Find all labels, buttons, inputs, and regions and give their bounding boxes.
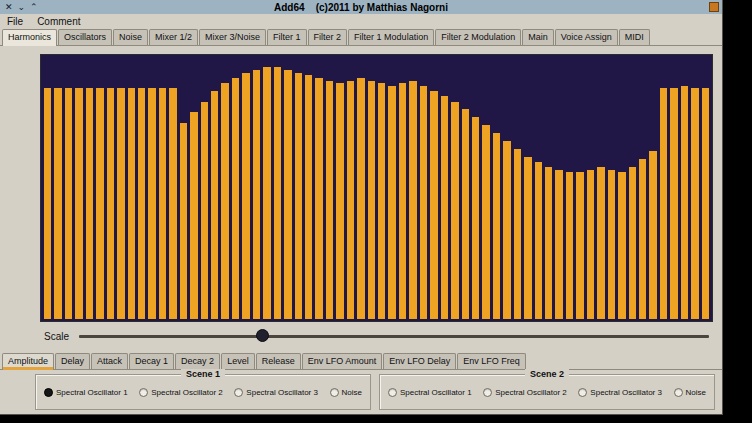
menu-file[interactable]: File xyxy=(7,16,23,27)
harmonic-bar-12[interactable] xyxy=(159,88,166,319)
harmonic-bar-41[interactable] xyxy=(462,109,469,319)
harmonic-bar-62[interactable] xyxy=(681,86,688,319)
harmonic-bar-27[interactable] xyxy=(315,78,322,319)
harmonic-bar-5[interactable] xyxy=(86,88,93,319)
titlebar-corner-button[interactable] xyxy=(709,2,719,12)
harmonic-bar-34[interactable] xyxy=(388,86,395,319)
harmonic-bar-51[interactable] xyxy=(566,172,573,319)
tab-env-lfo-amount[interactable]: Env LFO Amount xyxy=(302,353,383,369)
harmonic-bar-46[interactable] xyxy=(514,149,521,319)
harmonic-bar-43[interactable] xyxy=(482,125,489,319)
harmonic-bar-59[interactable] xyxy=(649,151,656,319)
harmonic-bar-20[interactable] xyxy=(242,73,249,319)
harmonic-bar-57[interactable] xyxy=(629,167,636,319)
tab-attack[interactable]: Attack xyxy=(91,353,128,369)
harmonic-bar-22[interactable] xyxy=(263,67,270,319)
tab-level[interactable]: Level xyxy=(221,353,255,369)
radio-option-scene-2-spectral-oscillator-2[interactable]: Spectral Oscillator 2 xyxy=(483,388,567,397)
radio-option-scene-1-spectral-oscillator-3[interactable]: Spectral Oscillator 3 xyxy=(234,388,318,397)
harmonic-bar-7[interactable] xyxy=(107,88,114,319)
harmonic-bar-26[interactable] xyxy=(305,75,312,319)
tab-harmonics[interactable]: Harmonics xyxy=(2,29,57,46)
scale-slider-track[interactable] xyxy=(79,335,709,338)
menu-comment[interactable]: Comment xyxy=(37,16,80,27)
tab-env-lfo-delay[interactable]: Env LFO Delay xyxy=(383,353,456,369)
harmonic-bar-17[interactable] xyxy=(211,91,218,319)
tab-mixer-3-noise[interactable]: Mixer 3/Noise xyxy=(199,29,266,45)
radio-option-scene-1-spectral-oscillator-1[interactable]: Spectral Oscillator 1 xyxy=(44,388,128,397)
titlebar[interactable]: ✕ ⌄ ⌃ Add64 (c)2011 by Matthias Nagorni xyxy=(0,0,722,14)
harmonic-bar-38[interactable] xyxy=(430,91,437,319)
harmonic-bar-21[interactable] xyxy=(253,70,260,319)
harmonic-bar-50[interactable] xyxy=(555,170,562,319)
tab-decay-2[interactable]: Decay 2 xyxy=(175,353,220,369)
tab-midi[interactable]: MIDI xyxy=(619,29,650,45)
tab-decay-1[interactable]: Decay 1 xyxy=(129,353,174,369)
tab-mixer-1-2[interactable]: Mixer 1/2 xyxy=(149,29,198,45)
tab-amplitude[interactable]: Amplitude xyxy=(2,353,54,370)
harmonic-bar-49[interactable] xyxy=(545,167,552,319)
radio-option-scene-1-noise[interactable]: Noise xyxy=(330,388,362,397)
harmonic-bar-40[interactable] xyxy=(451,102,458,319)
harmonic-bar-1[interactable] xyxy=(44,88,51,319)
harmonic-bar-13[interactable] xyxy=(169,88,176,319)
radio-option-scene-1-spectral-oscillator-2[interactable]: Spectral Oscillator 2 xyxy=(139,388,223,397)
harmonic-bar-52[interactable] xyxy=(576,172,583,319)
harmonic-bar-56[interactable] xyxy=(618,172,625,319)
harmonic-bar-55[interactable] xyxy=(608,170,615,319)
tab-oscillators[interactable]: Oscillators xyxy=(58,29,112,45)
harmonic-bar-45[interactable] xyxy=(503,141,510,319)
harmonic-bar-64[interactable] xyxy=(702,88,709,319)
harmonic-bar-36[interactable] xyxy=(409,81,416,319)
harmonic-bar-2[interactable] xyxy=(54,88,61,319)
harmonic-bar-16[interactable] xyxy=(201,102,208,319)
harmonic-bar-4[interactable] xyxy=(75,88,82,319)
harmonic-bar-8[interactable] xyxy=(117,88,124,319)
harmonic-bar-54[interactable] xyxy=(597,167,604,319)
harmonics-display[interactable] xyxy=(40,54,713,322)
harmonic-bar-18[interactable] xyxy=(221,83,228,319)
harmonic-bar-63[interactable] xyxy=(691,88,698,319)
radio-option-scene-2-noise[interactable]: Noise xyxy=(674,388,706,397)
harmonic-bar-25[interactable] xyxy=(295,73,302,319)
harmonic-bar-31[interactable] xyxy=(357,78,364,319)
harmonic-bar-53[interactable] xyxy=(587,170,594,319)
harmonic-bar-28[interactable] xyxy=(326,81,333,319)
scale-slider[interactable] xyxy=(79,328,709,344)
maximize-icon[interactable]: ⌃ xyxy=(30,0,38,14)
radio-option-scene-2-spectral-oscillator-3[interactable]: Spectral Oscillator 3 xyxy=(578,388,662,397)
harmonic-bar-9[interactable] xyxy=(128,88,135,319)
harmonic-bar-15[interactable] xyxy=(190,112,197,319)
harmonic-bar-33[interactable] xyxy=(378,83,385,319)
harmonic-bar-47[interactable] xyxy=(524,157,531,319)
harmonic-bar-23[interactable] xyxy=(274,67,281,319)
harmonic-bar-44[interactable] xyxy=(493,133,500,319)
tab-filter-1[interactable]: Filter 1 xyxy=(267,29,307,45)
harmonic-bar-60[interactable] xyxy=(660,88,667,319)
harmonic-bar-39[interactable] xyxy=(441,96,448,319)
tab-filter-2[interactable]: Filter 2 xyxy=(308,29,348,45)
tab-noise[interactable]: Noise xyxy=(113,29,148,45)
harmonic-bar-11[interactable] xyxy=(148,88,155,319)
harmonic-bar-48[interactable] xyxy=(535,162,542,319)
harmonic-bar-32[interactable] xyxy=(368,81,375,319)
tab-voice-assign[interactable]: Voice Assign xyxy=(555,29,618,45)
harmonic-bar-10[interactable] xyxy=(138,88,145,319)
harmonic-bar-37[interactable] xyxy=(420,86,427,319)
harmonic-bar-29[interactable] xyxy=(336,83,343,319)
tab-filter-1-modulation[interactable]: Filter 1 Modulation xyxy=(348,29,434,45)
tab-delay[interactable]: Delay xyxy=(55,353,90,369)
harmonic-bar-42[interactable] xyxy=(472,117,479,319)
close-icon[interactable]: ✕ xyxy=(5,0,13,14)
harmonic-bar-3[interactable] xyxy=(65,88,72,319)
radio-option-scene-2-spectral-oscillator-1[interactable]: Spectral Oscillator 1 xyxy=(388,388,472,397)
tab-release[interactable]: Release xyxy=(256,353,301,369)
harmonic-bar-6[interactable] xyxy=(96,88,103,319)
harmonic-bar-61[interactable] xyxy=(670,88,677,319)
harmonic-bar-35[interactable] xyxy=(399,83,406,319)
harmonic-bar-58[interactable] xyxy=(639,159,646,319)
harmonic-bar-14[interactable] xyxy=(180,123,187,320)
tab-env-lfo-freq[interactable]: Env LFO Freq xyxy=(457,353,526,369)
tab-filter-2-modulation[interactable]: Filter 2 Modulation xyxy=(435,29,521,45)
harmonic-bar-24[interactable] xyxy=(284,70,291,319)
